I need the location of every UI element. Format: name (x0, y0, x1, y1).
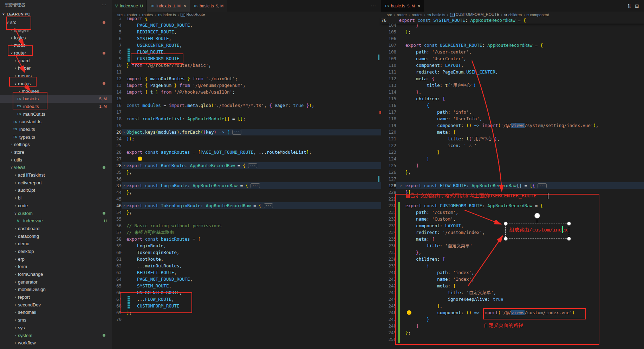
code-line-120[interactable]: 120 meta: { (381, 129, 644, 135)
code-line-238[interactable]: 238 children: [ (381, 256, 644, 262)
code-line-122[interactable]: 122 icon: ' ♙ ' (381, 142, 644, 149)
tree-item-system[interactable]: ›system (0, 331, 112, 339)
tree-item-router[interactable]: ∨router (0, 49, 112, 57)
tab-index-ts[interactable]: TSindex.ts1, M× (147, 0, 190, 12)
code-line-66[interactable]: 66 USERCENTER_ROUTE, (112, 289, 381, 296)
code-line-18[interactable]: 18 const routeModuleList: AppRouteModule… (112, 115, 381, 122)
code-line-239[interactable]: 239 { (381, 262, 644, 269)
code-line-62[interactable]: 62 ...mainOutRoutes, (112, 262, 381, 269)
code-line-56[interactable]: 56 // Basic routing without permissions (112, 222, 381, 229)
code-line-119[interactable]: 119 component: () => import('/@/views/sy… (381, 122, 644, 129)
code-line-46[interactable]: 46›export const TokenLoginRoute: AppRout… (112, 202, 381, 209)
code-line-58[interactable]: 58 export const basicRoutes = [ (112, 236, 381, 242)
code-line-235[interactable]: 235 meta: { (381, 236, 644, 242)
tree-item-views[interactable]: ∨views (0, 164, 112, 171)
project-root[interactable]: ∨ LEARUN PC (0, 10, 112, 18)
fold-collapsed-icon[interactable]: › (122, 202, 126, 209)
rotation-handle[interactable] (534, 213, 540, 218)
code-line-240[interactable]: 240 path: 'index', (381, 269, 644, 276)
code-line-54[interactable]: 54 }; (112, 209, 381, 216)
tree-item-constant-ts[interactable]: TSconstant.ts (0, 118, 112, 126)
code-line-118[interactable]: 118 name: 'UserInfo', (381, 115, 644, 122)
code-line-245[interactable]: 245 }, (381, 303, 644, 309)
selection-handle[interactable] (567, 222, 571, 226)
code-line-241[interactable]: 241 name: 'Index', (381, 276, 644, 283)
code-line-124[interactable]: 124 } (381, 156, 644, 162)
code-line-59[interactable]: 59 LoginRoute, (112, 242, 381, 249)
tree-item-model[interactable]: ›model (0, 42, 112, 49)
code-line-25[interactable]: 25 (112, 142, 381, 149)
code-line-107[interactable]: 107 export const USERCENTER_ROUTE: AppRo… (381, 42, 644, 49)
breadcrumb-item-component[interactable]: □component (527, 13, 549, 17)
code-line-57[interactable]: 57 // 未经许可的基本路由 (112, 229, 381, 236)
code-line-113[interactable]: 113 title: t('用户中心') (381, 82, 644, 89)
code-line-26[interactable]: 26 export const asyncRoutes = [PAGE_NOT_… (112, 149, 381, 156)
tree-item-helper[interactable]: ›helper (0, 64, 112, 72)
code-line-248[interactable]: 248 ] (381, 323, 644, 329)
breadcrumb-item-basic-ts[interactable]: TSbasic.ts (427, 13, 445, 17)
code-line-20[interactable]: 20›Object.keys(modules).forEach((key) =>… (112, 129, 381, 135)
tree-item-auditOpt[interactable]: ›auditOpt (0, 186, 112, 194)
fold-collapsed-icon[interactable]: › (122, 129, 126, 135)
folded-ellipsis-badge[interactable]: ··· (264, 203, 273, 208)
tree-item-routes[interactable]: ∨routes (0, 80, 112, 88)
tree-item-actHiTaskinst[interactable]: ›actHiTaskinst (0, 171, 112, 179)
folded-ellipsis-badge[interactable]: ··· (232, 130, 241, 135)
lightbulb-icon[interactable] (138, 157, 142, 161)
code-line-242[interactable]: 242 meta: { (381, 283, 644, 289)
code-editor-index-ts[interactable]: 3 import {4 PAGE_NOT_FOUND_ROUTE,5 REDIR… (112, 15, 381, 323)
tree-item-store[interactable]: ›store (0, 148, 112, 156)
tree-item-logics[interactable]: ›logics (0, 34, 112, 42)
tree-item-generator[interactable]: ›generator (0, 278, 112, 286)
code-line-65[interactable]: 65 SYSTEM_ROUTE, (112, 283, 381, 289)
tree-item-bi[interactable]: ›bi (0, 194, 112, 202)
tree-item-mainOut-ts[interactable]: TSmainOut.ts (0, 110, 112, 118)
code-line-112[interactable]: 112 meta: { (381, 75, 644, 82)
breadcrumb-item-routes[interactable]: routes (412, 13, 423, 17)
tree-item-custom[interactable]: ∨custom (0, 209, 112, 217)
code-line-243[interactable]: 243 title: '自定义菜单', (381, 289, 644, 296)
folded-ellipsis-badge[interactable]: ··· (251, 183, 260, 188)
lightbulb-fix-icon[interactable] (407, 310, 411, 315)
code-line-4[interactable]: 4 PAGE_NOT_FOUND_ROUTE, (112, 22, 381, 28)
tree-item-secondDev[interactable]: ›secondDev (0, 301, 112, 309)
tree-item-workflow[interactable]: ›workflow (0, 339, 112, 347)
breadcrumb-item-src[interactable]: src (117, 13, 123, 17)
fold-collapsed-icon[interactable]: › (396, 182, 405, 189)
breadcrumb-item-children[interactable]: ⚙children (504, 13, 522, 17)
code-line-63[interactable]: 63 REDIRECT_ROUTE, (112, 269, 381, 276)
code-line-70[interactable]: 70 (112, 316, 381, 323)
tree-item-settings[interactable]: ›settings (0, 141, 112, 148)
code-line-11[interactable]: 11 (112, 69, 381, 75)
code-line-127[interactable]: 127 (381, 176, 644, 182)
fold-collapsed-icon[interactable]: › (122, 162, 126, 169)
code-line-228[interactable]: 228 }]; (381, 189, 644, 196)
tree-item-index-vue[interactable]: Vindex.vueU (0, 217, 112, 225)
code-line-64[interactable]: 64 PAGE_NOT_FOUND_ROUTE, (112, 276, 381, 283)
tab-index-vue[interactable]: Vindex.vueU (112, 0, 147, 12)
tree-item-basic-ts[interactable]: TSbasic.ts5, M (0, 95, 112, 103)
tree-item-sys[interactable]: ›sys (0, 324, 112, 332)
code-line-105[interactable]: 105 }; (381, 28, 644, 35)
tree-item-erp[interactable]: ›erp (0, 255, 112, 263)
code-line-108[interactable]: 108 path: '/user-center', (381, 49, 644, 55)
tree-item-desktop[interactable]: ›desktop (0, 248, 112, 255)
tree-item-index-ts[interactable]: TSindex.ts (0, 126, 112, 133)
selection-handle[interactable] (567, 237, 571, 241)
code-line-28[interactable]: 28›export const RootRoute: AppRouteRecor… (112, 162, 381, 169)
tree-item-utils[interactable]: ›utils (0, 156, 112, 164)
tree-item-dashboard[interactable]: ›dashboard (0, 225, 112, 233)
tree-item-activereport[interactable]: ›activereport (0, 179, 112, 186)
tab-basic-ts[interactable]: TSbasic.ts5, M× (381, 0, 424, 12)
code-line-125[interactable]: 125 ] (381, 162, 644, 169)
code-line-236[interactable]: 236 title: '自定义菜单' (381, 242, 644, 249)
tree-item-src[interactable]: ∨src (0, 19, 112, 26)
tree-item-form[interactable]: ›form (0, 263, 112, 271)
sticky-scroll-line[interactable]: 76 export const SYSTEM_ROUTE: AppRouteRe… (381, 17, 644, 24)
code-editor-basic-ts[interactable]: 104 }105 };106 107 export const USERCENT… (381, 22, 644, 343)
code-line-116[interactable]: 116 { (381, 102, 644, 109)
code-line-69[interactable]: 69 ]; (112, 309, 381, 316)
code-line-24[interactable]: 24 }); (112, 135, 381, 142)
tree-item-menus[interactable]: ›menus (0, 72, 112, 80)
tree-item-formChange[interactable]: ›formChange (0, 271, 112, 278)
